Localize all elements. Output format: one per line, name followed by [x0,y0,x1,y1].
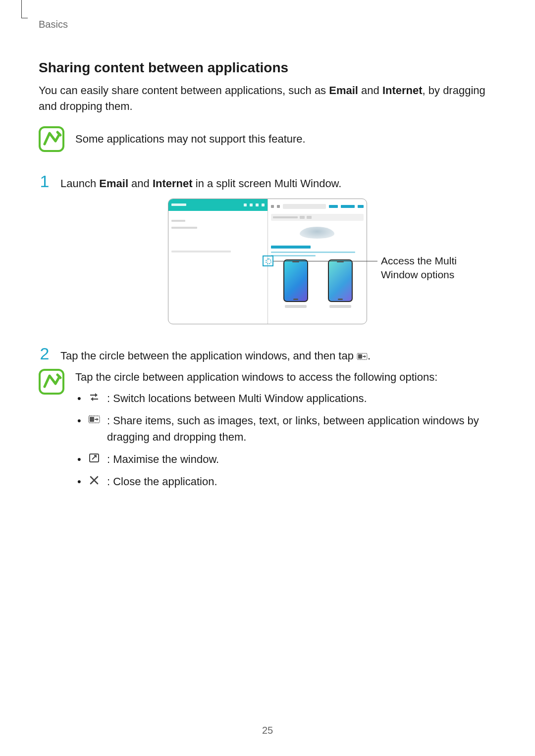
option-maximise-text: : Maximise the window. [107,453,219,465]
drag-share-icon [88,414,100,424]
option-share: : Share items, such as images, text, or … [75,412,496,445]
option-switch: : Switch locations between Multi Window … [75,390,496,406]
option-share-text: : Share items, such as images, text, or … [107,414,479,443]
step-2-pre: Tap the circle between the application w… [60,350,357,362]
step-1-number: 1 [39,172,51,191]
svg-rect-0 [40,127,63,151]
close-icon [88,475,100,485]
intro-app-internet: Internet [382,84,423,97]
svg-rect-2 [358,354,362,358]
step-2-text: Tap the circle between the application w… [60,348,371,364]
step-1-post: in a split screen Multi Window. [193,177,342,190]
figure-email-pane [168,199,268,324]
callout-line [273,261,377,261]
multiwindow-figure: Access the Multi Window options [168,199,367,324]
note-icon [39,369,64,395]
intro-text: and [358,84,382,97]
callout-label-line2: Window options [381,269,454,280]
breadcrumb: Basics [39,19,496,30]
multiwindow-handle-marker [263,255,273,266]
callout-label-line1: Access the Multi [381,255,457,266]
intro-paragraph: You can easily share content between app… [39,83,496,114]
step-1-text: Launch Email and Internet in a split scr… [60,176,341,192]
option-close-text: : Close the application. [107,475,217,488]
corner-crop-mark [21,0,28,18]
drag-share-icon [357,352,368,361]
intro-app-email: Email [329,84,358,97]
intro-text: You can easily share content between app… [39,84,329,97]
step-1-mid: and [128,177,153,190]
section-title: Sharing content between applications [39,60,496,76]
note-icon [39,126,64,152]
switch-locations-icon [88,392,100,402]
option-maximise: : Maximise the window. [75,451,496,467]
option-close: : Close the application. [75,473,496,490]
step-1-pre: Launch [60,177,99,190]
figure-internet-pane [268,199,367,324]
step-2-number: 2 [39,344,51,363]
step-1-app-email: Email [99,177,128,190]
step-1-app-internet: Internet [153,177,193,190]
maximise-icon [88,453,100,463]
options-intro: Tap the circle between application windo… [75,369,496,385]
page-number: 25 [0,725,535,736]
note-unsupported-text: Some applications may not support this f… [75,126,306,147]
callout-label: Access the Multi Window options [381,254,470,282]
svg-rect-3 [40,370,63,394]
svg-rect-5 [90,417,94,422]
step-2-post: . [368,350,371,362]
option-switch-text: : Switch locations between Multi Window … [107,392,367,404]
